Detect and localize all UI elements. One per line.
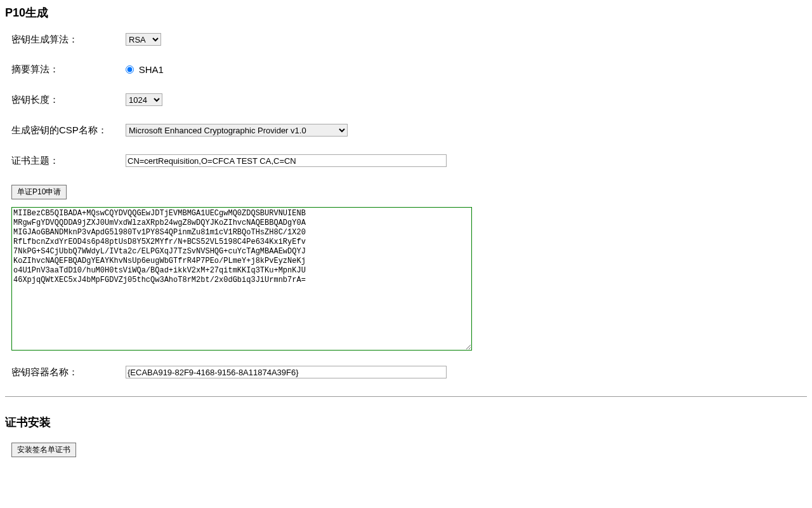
select-csp-name[interactable]: Microsoft Enhanced Cryptographic Provide… (126, 124, 348, 137)
button-install-cert[interactable]: 安装签名单证书 (11, 443, 76, 457)
input-cert-subject[interactable] (126, 154, 447, 167)
label-container-name: 密钥容器名称： (11, 366, 126, 378)
page-title-install: 证书安装 (5, 415, 807, 430)
textarea-p10-output[interactable] (11, 207, 472, 351)
select-key-length[interactable]: 1024 (126, 93, 162, 106)
page-title-p10: P10生成 (5, 5, 807, 20)
label-key-length: 密钥长度： (11, 94, 126, 106)
button-apply-p10[interactable]: 单证P10申请 (11, 185, 67, 199)
section-divider (5, 396, 807, 397)
label-digest-algorithm: 摘要算法： (11, 64, 126, 76)
radio-label-sha1: SHA1 (139, 64, 164, 75)
input-container-name[interactable] (126, 366, 447, 378)
label-csp-name: 生成密钥的CSP名称： (11, 124, 126, 137)
label-key-algorithm: 密钥生成算法： (11, 34, 126, 46)
select-key-algorithm[interactable]: RSA (126, 33, 161, 46)
radio-sha1[interactable] (126, 65, 134, 74)
label-cert-subject: 证书主题： (11, 155, 126, 167)
